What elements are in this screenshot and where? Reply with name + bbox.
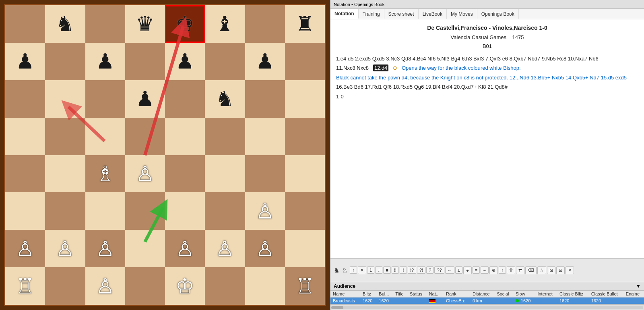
square-h3[interactable] (285, 192, 325, 230)
toolbar-btn-box2[interactable]: ⊡ (556, 266, 565, 274)
square-f3[interactable] (205, 192, 245, 230)
square-a3[interactable] (5, 192, 45, 230)
square-b8[interactable]: ♞ (45, 5, 85, 43)
square-d4[interactable]: ♙ (125, 155, 165, 193)
square-c1[interactable]: ♙ (85, 267, 125, 305)
square-c3[interactable] (85, 192, 125, 230)
square-d2[interactable] (125, 230, 165, 267)
square-a8[interactable] (5, 5, 45, 43)
tab-notation[interactable]: Notation (330, 9, 359, 19)
toolbar-btn-star[interactable]: ☆ (537, 266, 546, 274)
audience-broadcasts-row[interactable]: Broadcasts 1620 1620 ChessBa: 0 km 1620 (330, 297, 644, 304)
toolbar-btn-2bang[interactable]: !! (392, 266, 399, 274)
tab-my-moves[interactable]: My Moves (447, 9, 477, 19)
square-h5[interactable] (285, 118, 325, 155)
toolbar-btn-up[interactable]: ↑ (350, 266, 357, 274)
toolbar-btn-2up[interactable]: ⇈ (507, 266, 515, 274)
toolbar-btn-plusminus[interactable]: ± (455, 266, 462, 274)
square-e5[interactable] (165, 118, 205, 155)
square-c2[interactable]: ♙ (85, 230, 125, 267)
square-f7[interactable] (205, 43, 245, 80)
square-f2[interactable]: ♙ (205, 230, 245, 267)
square-h8[interactable]: ♜ (285, 5, 325, 43)
square-g2[interactable]: ♙ (245, 230, 285, 267)
toolbar-btn-backspace[interactable]: ⌫ (525, 266, 537, 274)
toolbar-btn-exchange[interactable]: ⇄ (516, 266, 524, 274)
chess-board[interactable]: ♞ ♛ ♚ ♝ ♜ ♟ ♟ ♟ ♟ ♟ ♞ (4, 4, 326, 306)
toolbar-btn-oplus[interactable]: ⊕ (489, 266, 498, 274)
toolbar-btn-1[interactable]: 1 (367, 266, 374, 274)
scroll-thumb[interactable] (331, 306, 343, 309)
toolbar-btn-cross[interactable]: ✕ (358, 266, 366, 274)
square-b4[interactable] (45, 155, 85, 193)
toolbar-btn-infinity[interactable]: ∞ (481, 266, 489, 274)
square-g1[interactable] (245, 267, 285, 305)
square-d3[interactable] (125, 192, 165, 230)
square-a5[interactable] (5, 118, 45, 155)
square-b6[interactable] (45, 80, 85, 118)
tab-training[interactable]: Training (359, 9, 384, 19)
scrollbar-bottom[interactable] (330, 304, 644, 310)
square-f1[interactable] (205, 267, 245, 305)
square-e7[interactable]: ♟ (165, 43, 205, 80)
square-g8[interactable] (245, 5, 285, 43)
toolbar-btn-bangq[interactable]: !? (408, 266, 416, 274)
toolbar-btn-x[interactable]: ✕ (566, 266, 574, 274)
square-h2[interactable] (285, 230, 325, 267)
square-e8[interactable]: ♚ (165, 5, 205, 43)
square-h1[interactable]: ♖ (285, 267, 325, 305)
square-a7[interactable]: ♟ (5, 43, 45, 80)
square-e2[interactable]: ♙ (165, 230, 205, 267)
square-d6[interactable]: ♟ (125, 80, 165, 118)
square-a6[interactable] (5, 80, 45, 118)
square-c5[interactable] (85, 118, 125, 155)
toolbar-btn-uparrow[interactable]: ↑ (499, 266, 506, 274)
square-g6[interactable] (245, 80, 285, 118)
toolbar-btn-leftarrow[interactable]: ← (445, 266, 454, 274)
toolbar-btn-minusplus[interactable]: ∓ (463, 266, 472, 274)
square-g4[interactable] (245, 155, 285, 193)
square-e1[interactable]: ♔ (165, 267, 205, 305)
square-c7[interactable]: ♟ (85, 43, 125, 80)
square-f4[interactable] (205, 155, 245, 193)
square-e3[interactable] (165, 192, 205, 230)
square-h7[interactable] (285, 43, 325, 80)
square-e6[interactable] (165, 80, 205, 118)
square-b7[interactable] (45, 43, 85, 80)
square-d1[interactable] (125, 267, 165, 305)
square-g7[interactable]: ♟ (245, 43, 285, 80)
toolbar-btn-qbang[interactable]: ?! (417, 266, 425, 274)
square-f8[interactable]: ♝ (205, 5, 245, 43)
square-c8[interactable] (85, 5, 125, 43)
square-e4[interactable] (165, 155, 205, 193)
square-a1[interactable]: ♖ (5, 267, 45, 305)
square-c6[interactable] (85, 80, 125, 118)
square-f5[interactable] (205, 118, 245, 155)
square-b5[interactable] (45, 118, 85, 155)
toolbar-btn-box1[interactable]: ⊠ (547, 266, 555, 274)
move-highlight-12d4[interactable]: 12.d4 (373, 64, 389, 71)
square-g5[interactable] (245, 118, 285, 155)
toolbar-btn-2q[interactable]: ?? (434, 266, 444, 274)
audience-collapse-icon[interactable]: ▼ (636, 283, 641, 289)
tab-score-sheet[interactable]: Score sheet (384, 9, 419, 19)
square-f6[interactable]: ♞ (205, 80, 245, 118)
scroll-track[interactable] (331, 306, 643, 309)
square-b1[interactable] (45, 267, 85, 305)
toolbar-btn-bang[interactable]: ! (400, 266, 407, 274)
square-h6[interactable] (285, 80, 325, 118)
square-h4[interactable] (285, 155, 325, 193)
square-a4[interactable] (5, 155, 45, 193)
square-d8[interactable]: ♛ (125, 5, 165, 43)
toolbar-btn-black[interactable]: ■ (383, 266, 391, 274)
toolbar-btn-equal[interactable]: = (473, 266, 480, 274)
square-b2[interactable]: ♙ (45, 230, 85, 267)
square-g3[interactable]: ♙ (245, 192, 285, 230)
square-a2[interactable]: ♙ (5, 230, 45, 267)
square-b3[interactable] (45, 192, 85, 230)
square-d5[interactable] (125, 118, 165, 155)
square-c4[interactable]: ♗ (85, 155, 125, 193)
toolbar-btn-down[interactable]: ↓ (375, 266, 382, 274)
tab-openings-book[interactable]: Openings Book (477, 9, 519, 19)
toolbar-btn-q[interactable]: ? (426, 266, 433, 274)
